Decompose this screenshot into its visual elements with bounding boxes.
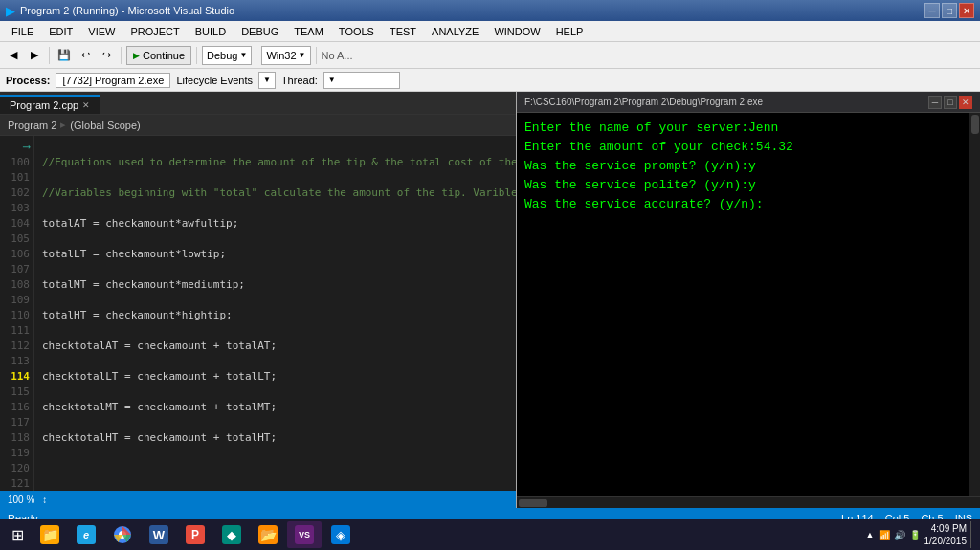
explorer-icon: 📁 <box>40 525 59 544</box>
menu-tools[interactable]: TOOLS <box>331 24 382 39</box>
h-scrollbar-thumb <box>519 499 547 507</box>
system-clock[interactable]: 4:09 PM 1/20/2015 <box>924 522 968 547</box>
console-line-4: Was the service polite? (y/n):y <box>524 176 961 195</box>
continue-label: Continue <box>143 50 185 61</box>
window-controls: ─ □ ✕ <box>924 3 974 18</box>
platform-dropdown[interactable]: Win32 ▼ <box>261 46 310 65</box>
thread-arrow: ▼ <box>328 76 336 84</box>
tray-battery: 🔋 <box>909 530 921 540</box>
minimize-button[interactable]: ─ <box>924 3 940 18</box>
taskbar-chrome[interactable] <box>105 521 140 548</box>
teal-app-icon: ◆ <box>222 525 241 544</box>
console-close[interactable]: ✕ <box>959 96 972 109</box>
console-line-5: Was the service accurate? (y/n):_ <box>524 195 961 214</box>
menu-window[interactable]: WINDOW <box>486 24 547 39</box>
tray-volume: 🔊 <box>894 530 905 540</box>
console-maximize[interactable]: □ <box>944 96 957 109</box>
taskbar-blue-app[interactable]: ◈ <box>323 521 358 548</box>
taskbar-word[interactable]: W <box>142 521 176 548</box>
thread-label: Thread: <box>281 75 318 86</box>
taskbar-teal-app[interactable]: ◆ <box>214 521 249 548</box>
title-bar-text: Program 2 (Running) - Microsoft Visual S… <box>20 5 234 16</box>
chrome-icon <box>113 525 132 544</box>
redo-button[interactable]: ↪ <box>97 46 116 65</box>
taskbar-right: ▲ 📶 🔊 🔋 4:09 PM 1/20/2015 <box>866 521 976 548</box>
sep3 <box>196 47 197 64</box>
editor-panel: Program 2.cpp ✕ Program 2 ▸ (Global Scop… <box>0 92 517 508</box>
debug-dropdown-arrow: ▼ <box>239 51 247 59</box>
console-window-controls: ─ □ ✕ <box>928 96 972 109</box>
menu-file[interactable]: FILE <box>4 24 41 39</box>
console-panel: F:\CSC160\Program 2\Program 2\Debug\Prog… <box>517 92 980 508</box>
editor-tab-bar: Program 2.cpp ✕ <box>0 92 516 115</box>
continue-button[interactable]: ▶ Continue <box>126 46 191 65</box>
word-icon: W <box>149 525 168 544</box>
console-horizontal-scrollbar[interactable] <box>517 496 980 508</box>
menu-test[interactable]: TEST <box>382 24 424 39</box>
menu-help[interactable]: HELP <box>548 24 591 39</box>
code-content[interactable]: //Equations used to determine the amount… <box>34 136 516 491</box>
menu-edit[interactable]: EDIT <box>41 24 80 39</box>
debug-label: Debug <box>207 50 237 61</box>
tab-close-icon[interactable]: ✕ <box>82 100 90 110</box>
console-minimize[interactable]: ─ <box>928 96 942 109</box>
thread-dropdown[interactable]: ▼ <box>323 72 400 89</box>
editor-tab-program2[interactable]: Program 2.cpp ✕ <box>0 95 100 114</box>
console-line-1: Enter the name of your server:Jenn <box>524 119 961 138</box>
close-button[interactable]: ✕ <box>959 3 974 18</box>
line-numbers: ⟶ 100 101 102 103 104 105 106 107 108 10… <box>0 136 34 491</box>
undo-button[interactable]: ↩ <box>76 46 95 65</box>
menu-build[interactable]: BUILD <box>188 24 234 39</box>
menu-team[interactable]: TEAM <box>286 24 331 39</box>
vs-icon: VS <box>295 525 314 544</box>
sep2 <box>121 47 122 64</box>
menu-analyze[interactable]: ANALYZE <box>424 24 486 39</box>
taskbar-left: ⊞ 📁 e W P ◆ <box>4 521 358 548</box>
menu-view[interactable]: VIEW <box>80 24 122 39</box>
taskbar-file-manager[interactable]: 📂 <box>251 521 285 548</box>
breadcrumb-scope[interactable]: (Global Scope) <box>70 120 140 131</box>
blue-app-icon: ◈ <box>331 525 350 544</box>
breadcrumb-sep: ▸ <box>60 119 66 131</box>
save-button[interactable]: 💾 <box>55 46 74 65</box>
start-button[interactable]: ⊞ <box>4 521 31 548</box>
forward-button[interactable]: ▶ <box>25 46 44 65</box>
play-icon: ▶ <box>133 51 140 60</box>
back-button[interactable]: ◀ <box>4 46 23 65</box>
taskbar-vs[interactable]: VS <box>287 521 322 548</box>
console-title-bar: F:\CSC160\Program 2\Program 2\Debug\Prog… <box>517 92 980 113</box>
taskbar-red-app[interactable]: P <box>178 521 212 548</box>
process-value: [7732] Program 2.exe <box>56 73 170 88</box>
breadcrumb-bar: Program 2 ▸ (Global Scope) <box>0 115 516 136</box>
taskbar-ie[interactable]: e <box>69 521 103 548</box>
process-label: Process: <box>6 75 50 86</box>
menu-project[interactable]: PROJECT <box>122 24 187 39</box>
title-bar: ▶ Program 2 (Running) - Microsoft Visual… <box>0 0 980 21</box>
console-scrollbar[interactable] <box>969 113 980 496</box>
breadcrumb-program2[interactable]: Program 2 <box>8 120 56 131</box>
clock-date: 1/20/2015 <box>924 535 968 547</box>
clock-time: 4:09 PM <box>924 522 968 535</box>
menu-debug[interactable]: DEBUG <box>234 24 286 39</box>
main-area: Program 2.cpp ✕ Program 2 ▸ (Global Scop… <box>0 92 980 508</box>
process-bar: Process: [7732] Program 2.exe Lifecycle … <box>0 69 980 92</box>
no-a-label: No A... <box>322 50 353 61</box>
encoding-label: ↕ <box>42 495 47 505</box>
console-title-text: F:\CSC160\Program 2\Program 2\Debug\Prog… <box>524 97 763 107</box>
maximize-button[interactable]: □ <box>942 3 957 18</box>
show-desktop-button[interactable] <box>970 521 976 548</box>
file-manager-icon: 📂 <box>258 525 278 544</box>
lifecycle-dropdown[interactable]: ▼ <box>258 72 276 89</box>
console-line-2: Enter the amount of your check:54.32 <box>524 138 961 157</box>
taskbar-explorer[interactable]: 📁 <box>33 521 67 548</box>
red-app-icon: P <box>186 525 205 544</box>
editor-bottom-bar: 100 % ↕ <box>0 491 516 508</box>
code-editor[interactable]: ⟶ 100 101 102 103 104 105 106 107 108 10… <box>0 136 516 491</box>
tab-filename: Program 2.cpp <box>10 99 78 111</box>
platform-label: Win32 <box>266 50 296 61</box>
app-icon: ▶ <box>6 4 15 18</box>
debug-dropdown[interactable]: Debug ▼ <box>202 46 252 65</box>
tray-network: 📶 <box>879 530 890 540</box>
sep4 <box>316 47 317 64</box>
taskbar: ⊞ 📁 e W P ◆ <box>0 519 980 550</box>
